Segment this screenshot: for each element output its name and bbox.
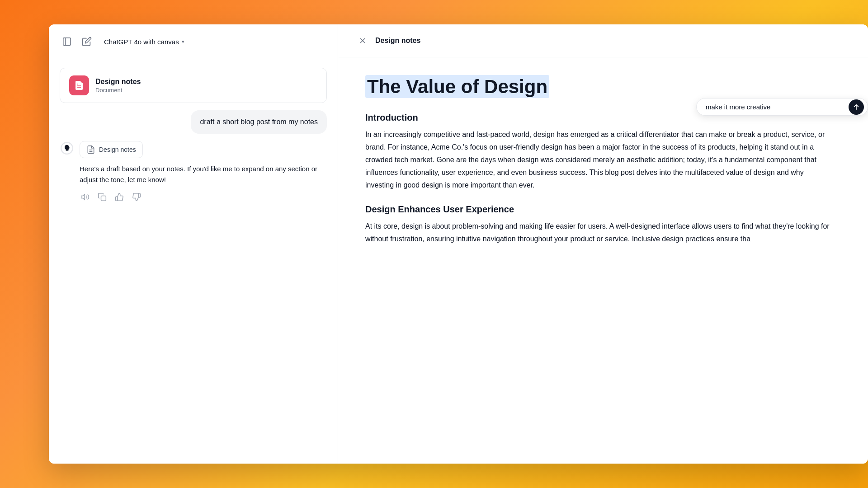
ai-response-row: Design notes Here's a draft based on you… [60,141,327,202]
openai-logo-icon [61,142,73,155]
thumbs-down-icon[interactable] [131,192,142,202]
card-text: Design notes Document [95,78,141,94]
model-chevron-icon: ▾ [182,39,184,45]
canvas-content: The Value of Design make it more creativ… [338,57,868,464]
card-subtitle: Document [95,87,141,94]
card-title: Design notes [95,78,141,86]
tts-icon[interactable] [80,192,90,202]
canvas-title: Design notes [375,37,420,45]
user-message-bubble: draft a short blog post from my notes [191,110,327,134]
right-header: Design notes [338,24,868,57]
svg-rect-0 [63,38,71,46]
title-wrapper: The Value of Design make it more creativ… [365,75,832,98]
ai-response-text: Here's a draft based on your notes. If y… [80,164,327,185]
model-selector[interactable]: ChatGPT 4o with canvas ▾ [99,35,189,48]
svg-rect-7 [101,196,106,201]
user-message-text: draft a short blog post from my notes [200,118,318,126]
right-panel: Design notes The Value of Design make it… [338,24,868,464]
inline-edit-bubble: make it more creative [696,98,868,116]
chip-doc-icon [86,145,95,154]
close-canvas-button[interactable] [356,34,369,47]
document-icon-wrapper [69,75,89,95]
document-icon [74,80,85,91]
section2-text: At its core, design is about problem-sol… [365,220,832,245]
blog-title: The Value of Design [365,75,549,98]
design-notes-chip[interactable]: Design notes [80,141,143,158]
new-chat-icon[interactable] [80,34,94,49]
svg-marker-6 [81,194,85,200]
intro-text: In an increasingly competitive and fast-… [365,128,832,192]
ai-avatar [60,141,74,155]
section2-heading: Design Enhances User Experience [365,204,832,215]
ai-action-bar [80,192,327,202]
copy-icon[interactable] [97,192,108,202]
inline-send-button[interactable] [849,99,864,115]
chip-label: Design notes [99,146,136,153]
inline-input-text[interactable]: make it more creative [706,103,845,111]
thumbs-up-icon[interactable] [114,192,125,202]
design-notes-attachment-card[interactable]: Design notes Document [60,68,327,103]
send-arrow-icon [853,103,860,111]
ai-response-content: Design notes Here's a draft based on you… [80,141,327,202]
sidebar-toggle-icon[interactable] [60,34,74,49]
left-header: ChatGPT 4o with canvas ▾ [49,24,338,59]
model-label: ChatGPT 4o with canvas [104,38,179,46]
app-window: ChatGPT 4o with canvas ▾ Design note [49,24,868,464]
left-panel: ChatGPT 4o with canvas ▾ Design note [49,24,338,464]
left-content: Design notes Document draft a short blog… [49,59,338,464]
